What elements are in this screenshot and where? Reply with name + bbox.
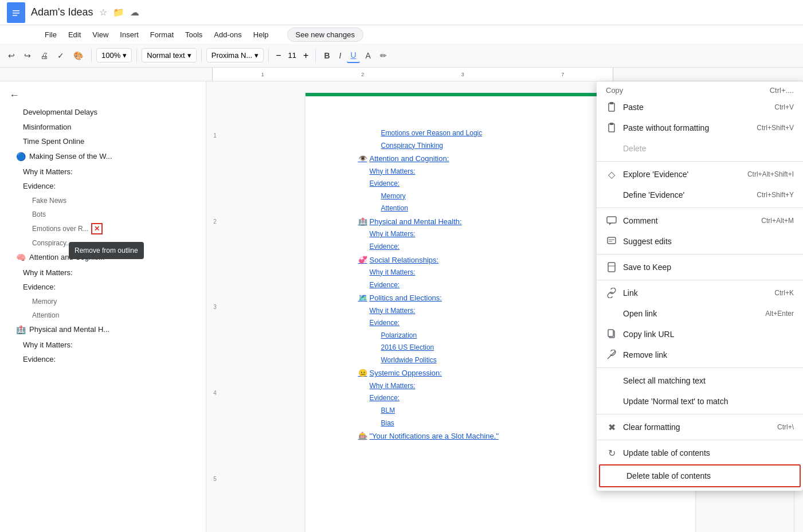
link-icon (606, 287, 617, 299)
ctx-delete-toc[interactable]: Delete table of contents (599, 464, 801, 487)
menu-file[interactable]: File (40, 28, 61, 41)
undo-button[interactable]: ↩ (5, 49, 18, 62)
open-link-icon (606, 308, 617, 319)
spellcheck-button[interactable]: ✓ (54, 49, 68, 62)
suggest-icon (606, 236, 617, 247)
outline-item[interactable]: Why it Matters: (0, 338, 206, 353)
outline-item[interactable]: Misinformation (0, 120, 206, 135)
highlight-button[interactable]: ✏ (377, 49, 390, 62)
main-area: ← Developmental Delays Misinformation Ti… (0, 81, 803, 532)
font-select[interactable]: Proxima N... ▾ (206, 48, 264, 62)
select-all-label: Select all matching text (623, 376, 706, 385)
copy-link-icon (606, 328, 617, 340)
menu-addons[interactable]: Add-ons (209, 28, 246, 41)
outline-back-button[interactable]: ← (0, 86, 206, 105)
ctx-comment[interactable]: Comment Ctrl+Alt+M (597, 210, 803, 231)
text-color-button[interactable]: A (362, 49, 374, 62)
print-button[interactable]: 🖨 (37, 49, 52, 62)
font-size-increase[interactable]: + (301, 49, 311, 62)
outline-item[interactable]: 🔵 Making Sense of the W... (0, 149, 206, 165)
ctx-link[interactable]: Link Ctrl+K (597, 283, 803, 303)
ruler-inner: 1 2 3 7 (212, 68, 613, 81)
menu-edit[interactable]: Edit (64, 28, 85, 41)
paste-no-format-icon (606, 122, 617, 134)
ctx-clear-formatting[interactable]: ✖ Clear formatting Ctrl+\ (597, 417, 803, 437)
remove-from-outline-button[interactable]: ✕ (91, 223, 103, 234)
zoom-select[interactable]: 100% ▾ (96, 48, 132, 62)
delete-icon (606, 143, 617, 154)
comment-shortcut: Ctrl+Alt+M (761, 217, 794, 225)
outline-item[interactable]: Evidence: (0, 179, 206, 194)
ctx-open-link[interactable]: Open link Alt+Enter (597, 303, 803, 324)
ctx-divider-1 (597, 161, 803, 162)
redo-button[interactable]: ↪ (21, 49, 34, 62)
outline-item[interactable]: Fake News (0, 194, 206, 208)
outline-item[interactable]: Why it Matters: (0, 265, 206, 280)
cloud-icon[interactable]: ☁ (130, 7, 139, 18)
ctx-save-keep[interactable]: Save to Keep (597, 257, 803, 277)
explore-icon: ◇ (606, 169, 617, 180)
ctx-divider-5 (597, 367, 803, 368)
font-size-decrease[interactable]: − (273, 49, 283, 62)
toolbar-divider-1 (91, 49, 92, 62)
update-toc-label: Update table of contents (623, 448, 710, 457)
ctx-copy-link-url[interactable]: Copy link URL (597, 324, 803, 345)
outline-item[interactable]: Attention (0, 308, 206, 322)
outline-item[interactable]: 🏥 Physical and Mental H... (0, 322, 206, 338)
outline-item-icon: 🏥 (16, 324, 26, 336)
remove-link-label: Remove link (623, 350, 667, 359)
font-size-control[interactable]: − 11 + (273, 49, 311, 62)
svg-rect-5 (610, 102, 613, 104)
ctx-remove-link[interactable]: Remove link (597, 345, 803, 365)
ctx-suggest[interactable]: Suggest edits (597, 231, 803, 252)
menu-bar: File Edit View Insert Format Tools Add-o… (0, 25, 803, 44)
document-outline: ← Developmental Delays Misinformation Ti… (0, 81, 206, 532)
ctx-define[interactable]: Define 'Evidence' Ctrl+Shift+Y (597, 185, 803, 205)
menu-help[interactable]: Help (249, 28, 273, 41)
underline-button[interactable]: U (347, 48, 359, 63)
keep-icon (606, 261, 617, 273)
menu-insert[interactable]: Insert (115, 28, 143, 41)
outline-item[interactable]: Bots (0, 208, 206, 221)
suggest-label: Suggest edits (623, 237, 672, 246)
outline-item[interactable]: Why it Matters: (0, 165, 206, 179)
outline-item-icon: 🧠 (16, 252, 26, 264)
update-normal-label: Update 'Normal text' to match (623, 397, 728, 406)
toolbar-divider-3 (201, 49, 202, 62)
svg-rect-1 (13, 10, 19, 11)
remove-link-icon (606, 349, 617, 361)
bold-button[interactable]: B (320, 49, 333, 62)
select-all-icon (606, 375, 617, 386)
svg-rect-3 (13, 15, 17, 16)
menu-tools[interactable]: Tools (181, 28, 207, 41)
outline-item[interactable]: Memory (0, 295, 206, 308)
outline-item[interactable]: Evidence: (0, 280, 206, 295)
comment-icon (606, 215, 617, 226)
update-toc-icon: ↻ (606, 447, 617, 459)
ctx-divider-7 (597, 440, 803, 440)
outline-item[interactable]: Developmental Delays (0, 105, 206, 120)
see-changes-button[interactable]: See new changes (287, 28, 363, 42)
remove-outline-tooltip: Remove from outline (69, 242, 144, 259)
menu-view[interactable]: View (88, 28, 113, 41)
clear-format-label: Clear formatting (623, 423, 680, 432)
define-shortcut: Ctrl+Shift+Y (757, 191, 794, 199)
ctx-explore[interactable]: ◇ Explore 'Evidence' Ctrl+Alt+Shift+I (597, 164, 803, 185)
paint-format-button[interactable]: 🎨 (70, 49, 87, 62)
ctx-divider-4 (597, 280, 803, 280)
menu-format[interactable]: Format (146, 28, 178, 41)
ctx-update-toc[interactable]: ↻ Update table of contents (597, 443, 803, 463)
ctx-update-normal-text[interactable]: Update 'Normal text' to match (597, 391, 803, 412)
toolbar: ↩ ↪ 🖨 ✓ 🎨 100% ▾ Normal text ▾ Proxima N… (0, 44, 803, 68)
folder-icon[interactable]: 📁 (113, 7, 124, 18)
ctx-select-all[interactable]: Select all matching text (597, 370, 803, 391)
style-select[interactable]: Normal text ▾ (142, 48, 196, 62)
star-icon[interactable]: ☆ (99, 7, 107, 18)
ctx-paste[interactable]: Paste Ctrl+V (597, 97, 803, 118)
paste-label: Paste (623, 103, 644, 112)
outline-item[interactable]: Evidence: (0, 352, 206, 367)
ctx-paste-no-format[interactable]: Paste without formatting Ctrl+Shift+V (597, 118, 803, 138)
outline-item-with-remove[interactable]: Emotions over R... ✕ Remove from outline (0, 221, 206, 236)
italic-button[interactable]: I (336, 49, 345, 62)
outline-item[interactable]: Time Spent Online (0, 134, 206, 149)
